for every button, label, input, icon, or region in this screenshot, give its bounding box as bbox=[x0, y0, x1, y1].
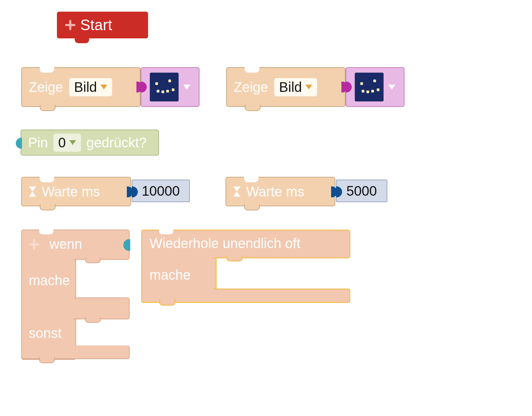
plus-icon[interactable] bbox=[65, 20, 75, 30]
do-label: mache bbox=[29, 273, 70, 288]
start-label: Start bbox=[80, 16, 112, 34]
wait-label: Warte ms bbox=[246, 184, 304, 199]
pin-prefix: Pin bbox=[28, 135, 48, 150]
repeat-do-label: mache bbox=[149, 267, 191, 283]
wait-block-2[interactable]: Warte ms bbox=[226, 177, 335, 206]
chevron-down-icon bbox=[100, 85, 107, 89]
chevron-down-icon bbox=[69, 140, 76, 145]
pin-pressed-block[interactable]: Pin 0 gedrückt? bbox=[21, 130, 159, 156]
chevron-down-icon bbox=[305, 85, 312, 89]
led-preview bbox=[150, 73, 179, 101]
wait-block-1[interactable]: Warte ms bbox=[21, 177, 131, 206]
dropdown-value: Bild bbox=[279, 79, 302, 95]
wait-value-1[interactable]: 10000 bbox=[132, 180, 190, 202]
show-image-block-1[interactable]: Zeige Bild bbox=[21, 67, 141, 107]
show-label: Zeige bbox=[234, 79, 268, 95]
dropdown-value: Bild bbox=[74, 79, 97, 95]
pin-number-dropdown[interactable]: 0 bbox=[53, 134, 81, 152]
wait-value-2[interactable]: 5000 bbox=[336, 180, 387, 202]
repeat-label: Wiederhole unendlich oft bbox=[149, 236, 300, 251]
if-label: wenn bbox=[49, 236, 82, 252]
pin-suffix: gedrückt? bbox=[86, 135, 147, 150]
start-block[interactable]: Start bbox=[57, 12, 148, 38]
pin-value: 0 bbox=[58, 135, 66, 150]
plus-icon[interactable] bbox=[29, 239, 39, 249]
image-picker-2[interactable] bbox=[346, 67, 404, 107]
hourglass-icon bbox=[233, 186, 241, 197]
show-image-block-2[interactable]: Zeige Bild bbox=[226, 67, 346, 107]
chevron-down-icon[interactable] bbox=[388, 85, 395, 89]
hourglass-icon bbox=[29, 186, 36, 197]
boolean-output-plug bbox=[16, 138, 22, 149]
image-type-dropdown[interactable]: Bild bbox=[274, 78, 317, 96]
else-label: sonst bbox=[29, 326, 62, 341]
led-preview bbox=[355, 73, 384, 101]
chevron-down-icon[interactable] bbox=[183, 85, 190, 89]
show-label: Zeige bbox=[29, 79, 63, 95]
repeat-forever-block[interactable]: Wiederhole unendlich oft mache bbox=[141, 230, 348, 301]
image-type-dropdown[interactable]: Bild bbox=[69, 78, 112, 96]
image-picker-1[interactable] bbox=[141, 67, 200, 107]
wait-number: 10000 bbox=[142, 183, 180, 199]
if-else-block[interactable]: wenn mache sonst bbox=[21, 230, 128, 358]
wait-number: 5000 bbox=[347, 183, 377, 199]
wait-label: Warte ms bbox=[42, 184, 100, 199]
